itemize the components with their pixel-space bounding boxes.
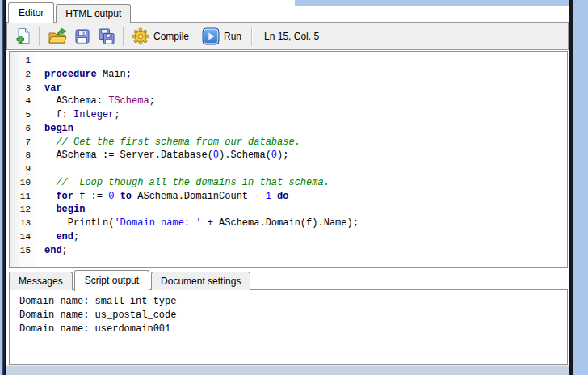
tab-document-settings[interactable]: Document settings bbox=[151, 272, 250, 290]
save-button[interactable] bbox=[70, 24, 94, 48]
toolbar: Compile Run Ln 15, Col. 5 bbox=[6, 22, 569, 50]
window-edge-left bbox=[0, 0, 6, 375]
code-line: PrintLn('Domain name: ' + ASchema.Domain… bbox=[44, 217, 567, 230]
top-tab-bar: Editor HTML output bbox=[8, 2, 132, 23]
cursor-position-status: Ln 15, Col. 5 bbox=[257, 31, 319, 42]
save-all-icon bbox=[98, 27, 116, 45]
window-edge-bottom bbox=[6, 365, 569, 375]
save-icon bbox=[74, 27, 91, 45]
code-line bbox=[44, 54, 567, 68]
output-line: Domain name: small_int_type bbox=[19, 295, 567, 309]
window-edge-top bbox=[295, 0, 569, 6]
bottom-tab-bar: Messages Script output Document settings bbox=[9, 269, 252, 290]
line-number: 11 bbox=[10, 190, 36, 204]
code-line: // Get the first schema from our databas… bbox=[44, 136, 567, 150]
tab-editor[interactable]: Editor bbox=[8, 2, 54, 23]
line-number: 14 bbox=[10, 230, 36, 244]
code-line: procedure Main; bbox=[44, 68, 567, 82]
tab-messages[interactable]: Messages bbox=[9, 272, 73, 290]
line-number: 6 bbox=[10, 122, 36, 136]
code-line bbox=[44, 162, 567, 176]
tab-html-output[interactable]: HTML output bbox=[56, 4, 131, 23]
save-all-button[interactable] bbox=[94, 24, 119, 48]
open-folder-icon bbox=[48, 27, 67, 45]
code-editor: 123456789101112131415 procedure Main;var… bbox=[9, 51, 568, 268]
code-line: f: Integer; bbox=[44, 108, 567, 122]
code-line: ASchema: TSchema; bbox=[44, 95, 567, 108]
line-number: 4 bbox=[10, 95, 36, 108]
run-button[interactable]: Run bbox=[199, 24, 245, 48]
compile-button-label: Compile bbox=[153, 31, 189, 42]
run-button-label: Run bbox=[224, 31, 242, 42]
open-button[interactable] bbox=[44, 24, 70, 48]
code-line: for f := 0 to ASchema.DomainCount - 1 do bbox=[44, 190, 567, 204]
code-line: end; bbox=[44, 244, 567, 258]
line-number: 15 bbox=[10, 244, 36, 258]
line-number: 9 bbox=[10, 162, 36, 176]
script-output-panel[interactable]: Domain name: small_int_typeDomain name: … bbox=[9, 289, 568, 365]
compile-button[interactable]: Compile bbox=[128, 24, 192, 48]
code-line: var bbox=[44, 82, 567, 95]
output-line: Domain name: userdomain001 bbox=[19, 322, 567, 336]
run-play-icon bbox=[202, 27, 220, 45]
toolbar-separator bbox=[123, 27, 124, 46]
line-number: 5 bbox=[10, 108, 36, 122]
compile-gear-icon bbox=[132, 27, 149, 45]
line-number: 7 bbox=[10, 136, 36, 150]
new-document-button[interactable] bbox=[10, 24, 35, 48]
toolbar-separator bbox=[251, 27, 253, 46]
line-number: 2 bbox=[10, 68, 36, 82]
script-editor-window: Editor HTML output bbox=[6, 0, 569, 365]
line-number: 13 bbox=[10, 217, 36, 230]
code-area[interactable]: procedure Main;var ASchema: TSchema; f: … bbox=[36, 52, 567, 267]
line-number-gutter: 123456789101112131415 bbox=[10, 52, 36, 267]
tab-script-output[interactable]: Script output bbox=[74, 270, 149, 291]
line-number: 1 bbox=[10, 54, 36, 68]
line-number: 8 bbox=[10, 149, 36, 162]
line-number: 3 bbox=[10, 82, 36, 95]
window-edge-right bbox=[573, 0, 588, 375]
code-line: ASchema := Server.Database(0).Schema(0); bbox=[44, 149, 567, 162]
line-number: 10 bbox=[10, 176, 36, 190]
line-number: 12 bbox=[10, 203, 36, 217]
new-document-icon bbox=[14, 27, 32, 45]
code-line: end; bbox=[44, 230, 567, 244]
code-line: // Loop though all the domains in that s… bbox=[44, 176, 567, 190]
code-line: begin bbox=[44, 122, 567, 136]
code-line: begin bbox=[44, 203, 567, 217]
toolbar-separator bbox=[39, 27, 40, 46]
output-line: Domain name: us_postal_code bbox=[19, 309, 567, 322]
